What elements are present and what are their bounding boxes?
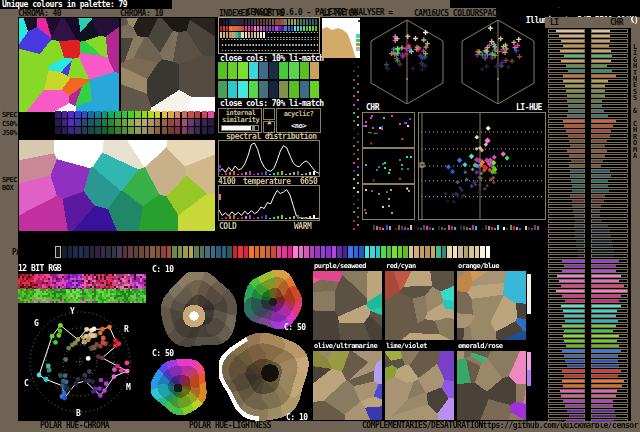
c50-swatch — [208, 119, 214, 126]
indexed-swatch — [297, 19, 299, 25]
chr-bar — [592, 315, 616, 317]
chr-bar — [592, 85, 605, 87]
empty-slot-dots — [220, 45, 318, 51]
li-bar-track — [548, 179, 585, 183]
pal-swatch — [447, 246, 452, 258]
similarity-up-button[interactable]: ▲ — [263, 108, 275, 120]
palette-dot — [353, 95, 355, 97]
li-bar — [567, 365, 584, 367]
wheel-c10-donut — [219, 331, 309, 421]
pal-swatch — [200, 246, 205, 258]
li-bar — [575, 230, 584, 232]
comp-pair-label: orange/blue — [458, 262, 499, 270]
pal-swatch — [227, 246, 232, 258]
pal-swatch — [68, 246, 73, 258]
pal-swatch — [95, 246, 100, 258]
chr-bar-track — [591, 309, 628, 313]
li-bar — [567, 410, 584, 412]
indexed-swatch — [306, 19, 308, 25]
chr-bar — [592, 100, 602, 102]
li-bar-track — [548, 129, 585, 133]
unique-colours-label: Unique colours in palette: 79 — [2, 0, 127, 9]
li-bar — [569, 415, 584, 417]
indexed-swatch — [245, 32, 247, 38]
chr-bar-track — [591, 129, 628, 133]
chr-bar — [592, 235, 611, 237]
svg-text:B: B — [76, 409, 81, 418]
chr-bar-track — [591, 74, 628, 78]
chr-bar-track — [591, 399, 628, 403]
j50-strip — [55, 127, 215, 134]
palette-dot — [357, 108, 359, 110]
pal-swatch — [271, 246, 276, 258]
indexed-swatch — [223, 19, 225, 25]
chr-bar — [592, 265, 616, 267]
palette-dot — [357, 191, 359, 193]
indexed-swatch — [263, 32, 265, 38]
li-bar-track — [548, 199, 585, 203]
chr-bar — [592, 75, 616, 77]
li-bar-track — [548, 284, 585, 288]
li-bar-track — [548, 214, 585, 218]
spec-swatch — [62, 111, 68, 118]
li-bar — [564, 330, 584, 332]
chr-bar-track — [591, 294, 628, 298]
close-col-swatch — [249, 81, 258, 98]
chr-bar — [592, 40, 610, 42]
palette-dot — [353, 228, 355, 230]
chr-bar-track — [591, 229, 628, 233]
li-bar — [563, 400, 584, 402]
li-bar-track — [548, 289, 585, 293]
comp-sliver-white — [527, 274, 531, 314]
li-bar-track — [548, 39, 585, 43]
indexed-swatch — [300, 26, 302, 32]
li-bar — [566, 345, 584, 347]
chr-bar-track — [591, 364, 628, 368]
chr-bar — [592, 285, 624, 287]
indexed-swatch — [272, 26, 274, 32]
li-bar-track — [548, 174, 585, 178]
chr-bar-track — [591, 79, 628, 83]
chr-bar-track — [591, 189, 628, 193]
chr-bar-track — [591, 124, 628, 128]
pal-swatch — [117, 246, 122, 258]
chr-bar-track — [591, 344, 628, 348]
c50-swatch — [175, 119, 181, 126]
indexed-swatch — [281, 19, 283, 25]
indexed-swatch — [275, 19, 277, 25]
li-bar — [564, 315, 584, 317]
li-bar — [561, 305, 584, 307]
chr-bar-track — [591, 269, 628, 273]
li-bar-track — [548, 279, 585, 283]
hue-tick-row — [370, 224, 544, 230]
hue-tick — [426, 226, 428, 230]
spec-box-map — [19, 140, 215, 231]
j50-swatch — [135, 127, 141, 134]
chr-bar-track — [591, 279, 628, 283]
hue-tick — [404, 227, 406, 230]
chr-bar — [592, 30, 610, 32]
chr-bar-track — [591, 39, 628, 43]
chr-bar — [592, 215, 600, 217]
li-bar — [574, 225, 584, 227]
palette-dot — [357, 124, 359, 126]
close-cols-row-1 — [218, 62, 320, 79]
li-bar-track — [548, 414, 585, 418]
pal-selected-swatch[interactable] — [55, 246, 61, 258]
close-col-swatch — [289, 81, 298, 98]
chr-bar — [592, 210, 600, 212]
li-bar-track — [548, 34, 585, 38]
indexed-swatch — [309, 26, 311, 32]
indexed-swatch — [229, 26, 231, 32]
chr-bar — [592, 190, 609, 192]
lightness-chroma-vertical-label: L I G H T N E S S & C H R O M A — [633, 44, 637, 159]
li-bar-track — [548, 49, 585, 53]
pal-swatch — [249, 246, 254, 258]
j50-swatch — [195, 127, 201, 134]
hue-tick — [528, 227, 530, 230]
warm-label: WARM — [294, 222, 311, 231]
chr-bar — [592, 345, 619, 347]
hue-tick — [398, 225, 400, 230]
chr-bar-track — [591, 109, 628, 113]
pal-swatch — [310, 246, 315, 258]
